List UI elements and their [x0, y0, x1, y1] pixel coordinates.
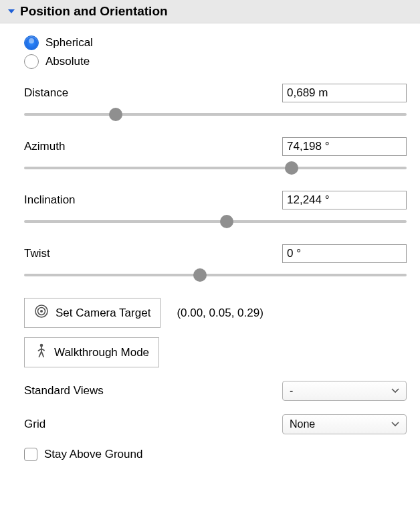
- slider-track: [24, 113, 407, 116]
- set-camera-target-button[interactable]: Set Camera Target: [24, 298, 161, 328]
- svg-point-2: [40, 310, 43, 313]
- radio-label: Spherical: [45, 36, 93, 50]
- slider-track: [24, 274, 407, 276]
- grid-select[interactable]: None: [282, 414, 407, 434]
- panel-body: Spherical Absolute Distance Azimuth I: [0, 23, 420, 470]
- azimuth-label: Azimuth: [24, 140, 65, 153]
- button-label: Set Camera Target: [56, 307, 150, 320]
- slider-thumb[interactable]: [220, 215, 233, 228]
- distance-input[interactable]: [282, 84, 407, 102]
- stay-above-ground-row[interactable]: Stay Above Ground: [24, 448, 407, 461]
- select-value: -: [290, 385, 293, 397]
- inclination-slider[interactable]: [24, 215, 407, 228]
- checkbox-label: Stay Above Ground: [44, 448, 142, 461]
- azimuth-input[interactable]: [282, 137, 407, 156]
- camera-target-coords: (0.00, 0.05, 0.29): [177, 307, 263, 320]
- chevron-down-icon: [391, 422, 399, 427]
- param-distance: Distance: [24, 84, 407, 121]
- radio-spherical[interactable]: Spherical: [24, 35, 407, 50]
- camera-target-row: Set Camera Target (0.00, 0.05, 0.29): [24, 298, 407, 328]
- standard-views-select[interactable]: -: [282, 381, 407, 401]
- chevron-down-icon: [391, 388, 399, 394]
- distance-label: Distance: [24, 86, 68, 100]
- slider-track: [24, 220, 407, 223]
- walk-icon: [34, 343, 47, 361]
- button-label: Walkthrough Mode: [54, 346, 149, 359]
- slider-track: [24, 167, 407, 169]
- slider-thumb[interactable]: [193, 268, 207, 282]
- panel-header[interactable]: Position and Orientation: [0, 0, 420, 23]
- param-twist: Twist: [24, 244, 407, 282]
- mode-radio-group: Spherical Absolute: [24, 35, 407, 69]
- twist-input[interactable]: [282, 244, 407, 263]
- param-azimuth: Azimuth: [24, 137, 407, 175]
- slider-thumb[interactable]: [285, 161, 298, 175]
- distance-slider[interactable]: [24, 108, 407, 121]
- azimuth-slider[interactable]: [24, 161, 407, 175]
- walkthrough-row: Walkthrough Mode: [24, 337, 407, 367]
- grid-label: Grid: [24, 418, 45, 431]
- inclination-label: Inclination: [24, 193, 76, 207]
- panel-title: Position and Orientation: [20, 4, 168, 19]
- standard-views-label: Standard Views: [24, 384, 104, 398]
- radio-absolute[interactable]: Absolute: [24, 54, 407, 69]
- radio-label: Absolute: [45, 55, 90, 68]
- slider-thumb[interactable]: [109, 108, 122, 121]
- param-inclination: Inclination: [24, 191, 407, 228]
- chevron-down-icon: [7, 7, 16, 16]
- checkbox[interactable]: [24, 448, 37, 461]
- target-icon: [34, 304, 49, 322]
- select-value: None: [290, 418, 315, 430]
- walkthrough-mode-button[interactable]: Walkthrough Mode: [24, 337, 159, 367]
- standard-views-row: Standard Views -: [24, 381, 407, 401]
- inclination-input[interactable]: [282, 191, 407, 209]
- radio-indicator: [24, 35, 39, 50]
- grid-row: Grid None: [24, 414, 407, 434]
- radio-indicator: [24, 54, 39, 69]
- twist-slider[interactable]: [24, 268, 407, 282]
- twist-label: Twist: [24, 247, 50, 260]
